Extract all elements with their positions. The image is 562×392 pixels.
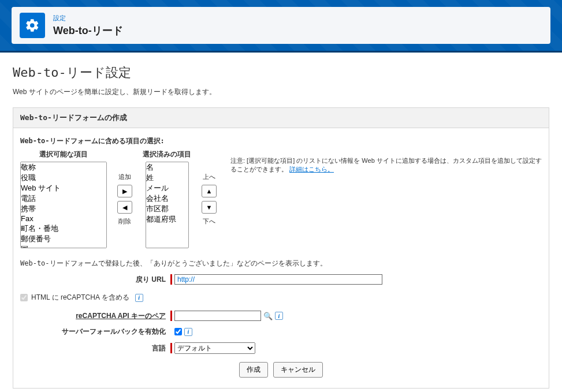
info-icon[interactable]: i <box>184 328 192 336</box>
cancel-button[interactable]: キャンセル <box>273 362 323 378</box>
add-label: 追加 <box>118 173 131 181</box>
list-item[interactable]: メール <box>146 183 188 193</box>
required-indicator <box>170 274 172 285</box>
language-select[interactable]: デフォルト <box>174 342 255 354</box>
down-label: 下へ <box>203 217 215 226</box>
recaptcha-checkbox-label: HTML に reCAPTCHA を含める <box>31 293 129 303</box>
language-label: 言語 <box>20 344 170 353</box>
thankyou-note: Web-to-リードフォームで登録した後、「ありがとうございました」などのページ… <box>20 259 542 268</box>
available-select[interactable]: 敬称役職Web サイト電話携帯Fax町名・番地郵便番号国 <box>20 162 107 248</box>
return-url-input[interactable] <box>174 274 382 285</box>
gear-icon <box>20 13 45 38</box>
list-item[interactable]: 会社名 <box>146 193 188 204</box>
required-indicator <box>170 343 172 353</box>
page-heading: Web-to-リード設定 <box>13 64 549 81</box>
selected-select[interactable]: 名姓メール会社名市区郡都道府県 <box>146 162 189 248</box>
list-item[interactable]: 国 <box>21 244 106 248</box>
section-title: Web-to-リードフォームの作成 <box>13 108 549 128</box>
dual-list-row: 選択可能な項目 敬称役職Web サイト電話携帯Fax町名・番地郵便番号国 追加 … <box>20 150 542 248</box>
list-item[interactable]: 姓 <box>146 173 188 183</box>
list-item[interactable]: 名 <box>146 162 188 173</box>
list-item[interactable]: 都道府県 <box>146 214 188 225</box>
recaptcha-checkbox[interactable] <box>20 294 28 301</box>
list-item[interactable]: 携帯 <box>21 204 106 214</box>
recaptcha-api-input[interactable] <box>174 311 261 321</box>
page-title-header: Web-to-リード <box>53 24 123 38</box>
available-label: 選択可能な項目 <box>20 150 107 159</box>
content-area: Web-to-リード設定 Web サイトのページを簡単に設定し、新規リードを取得… <box>0 53 562 392</box>
header-band: 設定 Web-to-リード <box>0 0 562 53</box>
list-item[interactable]: Fax <box>21 214 106 223</box>
return-url-label: 戻り URL <box>20 275 170 285</box>
remove-label: 削除 <box>118 217 131 226</box>
form-section: Web-to-リードフォームの作成 Web-to-リードフォームに含める項目の選… <box>13 107 549 389</box>
lookup-icon[interactable]: 🔍 <box>263 311 273 320</box>
remove-button[interactable]: ◀ <box>117 201 132 214</box>
list-item[interactable]: 町名・番地 <box>21 223 106 234</box>
server-fallback-label: サーバーフォールバックを有効化 <box>20 327 170 337</box>
generate-button[interactable]: 作成 <box>239 362 268 378</box>
list-item[interactable]: 市区郡 <box>146 204 188 214</box>
note-prefix: 注意: [選択可能な項目] のリストにない情報を Web サイトに追加する場合は… <box>230 157 542 173</box>
list-item[interactable]: Web サイト <box>21 183 106 193</box>
note-text: 注意: [選択可能な項目] のリストにない情報を Web サイトに追加する場合は… <box>230 156 542 174</box>
list-item[interactable]: 電話 <box>21 193 106 204</box>
header-inner: 設定 Web-to-リード <box>12 7 550 44</box>
selected-label: 選択済みの項目 <box>143 150 191 159</box>
list-item[interactable]: 役職 <box>21 173 106 183</box>
info-icon[interactable]: i <box>135 294 143 302</box>
add-button[interactable]: ▶ <box>117 185 132 197</box>
breadcrumb[interactable]: 設定 <box>53 14 123 23</box>
info-icon[interactable]: i <box>275 312 283 320</box>
list-item[interactable]: 郵便番号 <box>21 234 106 244</box>
up-button[interactable]: ▲ <box>202 185 217 197</box>
required-indicator <box>170 311 172 321</box>
section-subhead: Web-to-リードフォームに含める項目の選択: <box>20 136 542 146</box>
list-item[interactable]: 敬称 <box>21 162 106 173</box>
down-button[interactable]: ▼ <box>202 201 217 214</box>
note-link[interactable]: 詳細はこちら。 <box>289 166 334 173</box>
up-label: 上へ <box>203 173 215 181</box>
server-fallback-checkbox[interactable] <box>174 328 182 335</box>
page-description: Web サイトのページを簡単に設定し、新規リードを取得します。 <box>13 87 549 97</box>
recaptcha-api-label: reCAPTCHA API キーのペア <box>20 311 170 321</box>
